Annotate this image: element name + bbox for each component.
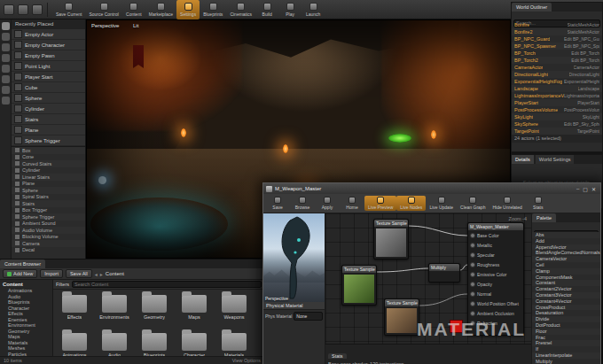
placeable-item[interactable]: Stairs [12,114,85,125]
material-input-pin[interactable]: Opacity [468,279,523,289]
outliner-actor-row[interactable]: BP_Torch2 Edit BP_Torch [512,57,602,64]
breadcrumb[interactable]: Content [106,271,124,276]
folder-tile[interactable]: Character [175,329,214,356]
placeable-class-row[interactable]: Stairs [12,200,85,207]
palette-expression-row[interactable]: CameraVector [532,256,600,262]
outliner-actor-row[interactable]: LightmassImportanceVolume LightmassImpor… [512,92,602,99]
material-input-pin[interactable]: Roughness [468,259,523,269]
material-preview-viewport[interactable]: Perspective [263,213,325,302]
palette-expression-row[interactable]: Abs [532,232,600,238]
palette-expression-row[interactable]: Frac [532,335,600,341]
toolbar-button[interactable]: Settings [176,0,200,19]
asset-search-input[interactable] [72,281,262,288]
placeable-item[interactable]: Sphere Trigger [12,136,85,146]
sources-folder-row[interactable]: Particles [0,352,52,357]
texture-sample-node-1[interactable]: Texture Sample [373,219,409,259]
placeable-item[interactable]: Sphere [12,93,85,104]
outliner-actor-row[interactable]: PostProcessVolume PostProcessVolume [512,106,602,113]
material-input-pin[interactable]: Emissive Color [468,269,523,279]
palette-expression-row[interactable]: ComponentMask [532,275,600,281]
geometry-category-icon[interactable] [2,75,10,83]
palette-expression-row[interactable]: CrossProduct [532,305,600,311]
material-toolbar-button[interactable]: Stats [526,196,551,211]
palette-expression-row[interactable]: Add [532,238,600,244]
view-options-button[interactable]: View Options [232,357,261,364]
placeable-class-row[interactable]: Ambient Sound [12,221,85,228]
texture-sample-node-3[interactable]: Texture Sample [384,298,419,336]
placeable-item[interactable]: Empty Actor [12,29,85,40]
tab-world-outliner[interactable]: World Outliner [512,3,552,12]
outliner-actor-row[interactable]: BP_NPC_Guard Edit BP_NPC_Guard [512,35,602,43]
phys-material-dropdown[interactable]: None [294,312,323,321]
visual-effects-category-icon[interactable] [2,65,10,73]
placeable-item[interactable]: Point Light [12,61,85,72]
material-toolbar-button[interactable]: Save [265,196,290,211]
material-toolbar-button[interactable]: Live Update [426,196,457,211]
tab-details[interactable]: Details [512,155,534,164]
folder-tile[interactable]: Audio [95,329,134,356]
placeable-class-row[interactable]: Spiral Stairs [12,194,85,201]
palette-expression-row[interactable]: Ceil [532,262,600,268]
window-control-button[interactable]: – [575,186,581,192]
toolbar-button[interactable]: Content [122,0,145,19]
placeable-class-row[interactable]: Blocking Volume [12,234,85,241]
outliner-actor-row[interactable]: SkyLight SkyLight [512,113,602,120]
placeable-class-row[interactable]: Plane [12,181,85,188]
material-input-pin[interactable]: Metallic [468,240,523,250]
palette-expression-row[interactable]: AppendVector [532,244,600,251]
placeable-item[interactable]: Player Start [12,72,85,82]
placeable-class-row[interactable]: Sphere [12,187,85,194]
material-input-pin[interactable]: Normal [468,289,523,298]
placeable-class-row[interactable]: Decal [12,247,85,254]
material-toolbar-button[interactable]: Apply [315,196,340,211]
palette-expression-row[interactable]: Desaturation [532,310,600,316]
material-node-graph[interactable]: Texture Sample Texture Sample Texture Sa… [325,213,531,344]
outliner-actor-row[interactable]: BP_NPC_Spawner Edit BP_NPC_Spawner [512,43,602,50]
toolbar-button[interactable]: Build [255,0,278,19]
folder-tile[interactable]: Effects [55,291,94,329]
material-toolbar-button[interactable]: Live Preview [364,196,396,211]
placeable-class-row[interactable]: Box [12,147,85,154]
placeable-class-row[interactable]: Cylinder [12,167,85,174]
material-input-pin[interactable]: World Position Offset [468,298,523,308]
placeable-class-row[interactable]: Box Trigger [12,207,85,214]
recently-placed-icon[interactable] [2,22,10,30]
toolbar-button[interactable]: Cinematics [226,0,255,19]
preview-perspective-label[interactable]: Perspective [265,296,288,301]
outliner-actor-row[interactable]: ExponentialHeightFog ExponentialHeightFo… [512,78,602,85]
placeable-class-row[interactable]: Audio Volume [12,227,85,234]
palette-expression-row[interactable]: Multiply [532,359,600,364]
material-input-pin[interactable]: Base Color [468,230,523,240]
basic-category-icon[interactable] [2,33,10,41]
palette-expression-row[interactable]: Constant2Vector [532,286,600,292]
lights-category-icon[interactable] [2,43,10,51]
material-toolbar-button[interactable]: Home [340,196,364,211]
toolbar-button[interactable]: Marketplace [145,0,176,19]
volumes-category-icon[interactable] [2,86,10,94]
cinematic-category-icon[interactable] [2,54,10,62]
toolbar-button[interactable]: Blueprints [200,0,226,19]
window-control-button[interactable]: ✕ [590,186,598,192]
outliner-actor-row[interactable]: CameraActor CameraActor [512,64,602,71]
material-toolbar-button[interactable]: Hide Unrelated [489,196,525,211]
outliner-actor-row[interactable]: DirectionalLight DirectionalLight [512,71,602,78]
material-editor-titlebar[interactable]: M_Weapon_Master – ▢ ✕ [263,183,600,194]
history-forward-icon[interactable]: ▸ [100,271,103,277]
palette-expression-row[interactable]: Clamp [532,268,600,275]
toolbar-button[interactable]: Source Control [85,0,121,19]
folder-tile[interactable]: Maps [175,291,214,329]
avatar-icon[interactable] [32,4,43,15]
viewport-lit-label[interactable]: Lit [133,23,138,28]
palette-expression-row[interactable]: Floor [532,329,600,335]
palette-expression-row[interactable]: DotProduct [532,322,600,329]
palette-expression-row[interactable]: Constant4Vector [532,298,600,305]
placeable-class-row[interactable]: Camera [12,240,85,247]
palette-expression-row[interactable]: LinearInterpolate [532,352,600,359]
folder-tile[interactable]: Materials [215,329,254,356]
toolbar-button[interactable]: Launch [302,0,325,19]
material-toolbar-button[interactable]: Clean Graph [457,196,489,211]
outliner-actor-row[interactable]: SkySphere Edit BP_Sky_Sphere [512,120,602,128]
palette-expression-row[interactable]: Divide [532,316,600,322]
folder-tile[interactable]: Environments [95,291,134,329]
material-toolbar-button[interactable]: Browse [290,196,315,211]
